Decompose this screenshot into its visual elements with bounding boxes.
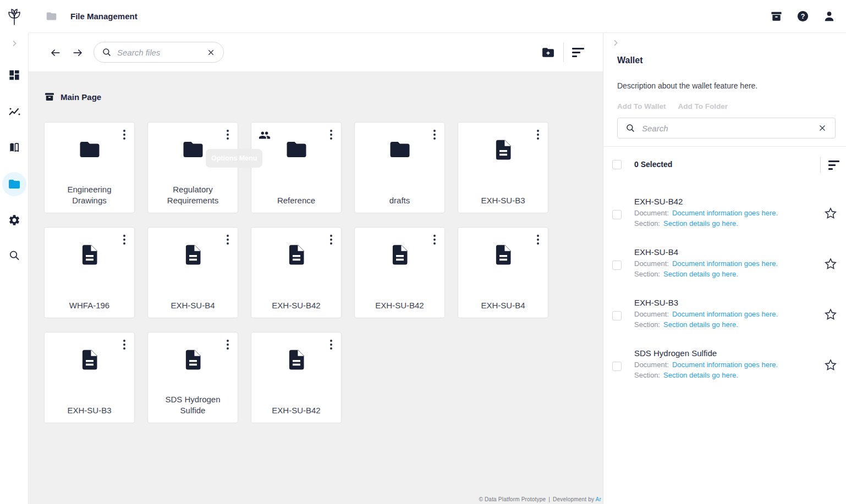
wallet-panel: Wallet Description about the wallet feat… bbox=[603, 33, 846, 504]
sidebar-item-files-active[interactable] bbox=[2, 172, 26, 196]
document-icon bbox=[492, 243, 515, 267]
app-logo[interactable] bbox=[0, 0, 29, 33]
document-label: Document: bbox=[634, 259, 669, 268]
select-all-checkbox[interactable] bbox=[612, 160, 622, 169]
wallet-search-input[interactable] bbox=[642, 124, 811, 133]
file-card[interactable]: drafts bbox=[354, 122, 445, 213]
item-checkbox[interactable] bbox=[612, 261, 622, 270]
page-title: File Management bbox=[70, 12, 138, 21]
breadcrumb-label: Main Page bbox=[61, 92, 101, 102]
folder-breadcrumb-icon bbox=[46, 10, 57, 22]
clear-search-icon[interactable] bbox=[817, 123, 827, 133]
wallet-item-title: SDS Hydrogen Sulfide bbox=[634, 347, 813, 359]
wallet-item: EXH-SU-B4 Document:Document information … bbox=[603, 246, 846, 297]
footer-development-link[interactable]: Ar bbox=[596, 496, 601, 502]
wallet-icon[interactable] bbox=[770, 10, 783, 23]
section-details-link[interactable]: Section details go here. bbox=[663, 320, 738, 329]
star-icon[interactable] bbox=[824, 358, 837, 372]
kebab-menu-icon[interactable] bbox=[225, 128, 230, 141]
star-icon[interactable] bbox=[824, 308, 837, 321]
kebab-menu-icon[interactable] bbox=[122, 338, 127, 351]
document-info-link[interactable]: Document information goes here. bbox=[672, 361, 778, 369]
kebab-menu-icon[interactable] bbox=[225, 338, 230, 351]
back-arrow-icon[interactable] bbox=[50, 47, 62, 59]
forward-arrow-icon[interactable] bbox=[72, 47, 84, 59]
folder-icon bbox=[388, 138, 411, 161]
file-card[interactable]: Reference bbox=[251, 122, 342, 213]
file-card[interactable]: WHFA-196 bbox=[44, 227, 135, 318]
document-icon bbox=[182, 243, 205, 267]
wallet-item: SDS Hydrogen Sulfide Document:Document i… bbox=[603, 347, 846, 398]
kebab-menu-icon[interactable] bbox=[432, 128, 437, 141]
footer-separator: | bbox=[548, 496, 550, 502]
card-label: Reference bbox=[262, 195, 331, 206]
file-card[interactable]: EXH-SU-B3 bbox=[44, 332, 135, 423]
footer-development-text: Development by bbox=[553, 496, 594, 502]
kebab-menu-icon[interactable] bbox=[328, 338, 334, 351]
kebab-menu-icon[interactable] bbox=[328, 233, 334, 246]
kebab-menu-icon[interactable] bbox=[122, 233, 127, 246]
section-label: Section: bbox=[634, 219, 660, 228]
new-folder-button[interactable] bbox=[541, 46, 555, 59]
sidebar-expand-chevron-icon[interactable] bbox=[10, 39, 19, 48]
sidebar-item-analytics[interactable] bbox=[8, 105, 21, 118]
wallet-item-title: EXH-SU-B4 bbox=[634, 246, 813, 258]
file-card[interactable]: EXH-SU-B42 bbox=[251, 227, 342, 318]
document-info-link[interactable]: Document information goes here. bbox=[672, 209, 778, 217]
section-details-link[interactable]: Section details go here. bbox=[663, 371, 738, 379]
document-label: Document: bbox=[634, 209, 669, 217]
kebab-menu-icon[interactable] bbox=[535, 233, 541, 246]
star-icon[interactable] bbox=[824, 257, 837, 270]
file-card[interactable]: EXH-SU-B4 bbox=[147, 227, 238, 318]
file-card[interactable]: EXH-SU-B3 bbox=[458, 122, 548, 213]
file-card[interactable]: SDS Hydrogen Sulfide bbox=[147, 332, 238, 423]
clear-search-icon[interactable] bbox=[206, 48, 216, 57]
file-card[interactable]: Engineering Drawings bbox=[44, 122, 135, 213]
item-checkbox[interactable] bbox=[612, 362, 622, 371]
kebab-menu-icon[interactable] bbox=[535, 128, 541, 141]
sort-icon[interactable] bbox=[828, 160, 839, 170]
sort-icon[interactable] bbox=[572, 48, 584, 57]
wallet-search-bar bbox=[617, 118, 836, 139]
item-checkbox[interactable] bbox=[612, 210, 622, 219]
document-info-link[interactable]: Document information goes here. bbox=[672, 259, 778, 268]
kebab-menu-icon[interactable] bbox=[432, 233, 437, 246]
card-label: EXH-SU-B42 bbox=[256, 405, 336, 416]
kebab-menu-icon[interactable] bbox=[122, 128, 127, 141]
panel-divider bbox=[603, 146, 846, 147]
add-to-folder-button[interactable]: Add To Folder bbox=[678, 102, 728, 110]
section-details-link[interactable]: Section details go here. bbox=[663, 219, 738, 228]
document-icon bbox=[492, 138, 515, 162]
file-card[interactable]: EXH-SU-B42 bbox=[354, 227, 445, 318]
card-label: EXH-SU-B4 bbox=[465, 300, 540, 311]
add-to-wallet-button[interactable]: Add To Wallet bbox=[617, 102, 666, 110]
file-card[interactable]: Regulatory Requirements bbox=[147, 122, 238, 213]
sidebar-item-library[interactable] bbox=[8, 141, 20, 154]
file-search-input[interactable] bbox=[117, 48, 201, 57]
sidebar-item-dashboard[interactable] bbox=[8, 69, 20, 81]
footer: © Data Platform Prototype|Development by… bbox=[479, 496, 601, 502]
document-icon bbox=[285, 348, 308, 372]
help-icon[interactable]: ? bbox=[796, 10, 809, 23]
account-icon[interactable] bbox=[823, 10, 836, 23]
selection-divider bbox=[820, 157, 821, 173]
file-card[interactable]: EXH-SU-B42 bbox=[251, 332, 342, 423]
sidebar-item-search[interactable] bbox=[8, 249, 20, 262]
section-details-link[interactable]: Section details go here. bbox=[663, 270, 738, 278]
search-icon bbox=[625, 123, 635, 133]
sidebar-item-settings[interactable] bbox=[8, 214, 20, 226]
wallet-item: EXH-SU-B42 Document:Document information… bbox=[603, 196, 846, 246]
library-icon bbox=[8, 141, 20, 154]
kebab-menu-icon[interactable] bbox=[225, 233, 230, 246]
panel-collapse-chevron-icon[interactable] bbox=[611, 38, 620, 47]
item-checkbox[interactable] bbox=[612, 311, 622, 320]
kebab-menu-icon[interactable] bbox=[328, 128, 334, 141]
selection-header: 0 Selected bbox=[603, 156, 846, 174]
document-info-link[interactable]: Document information goes here. bbox=[672, 310, 778, 318]
section-label: Section: bbox=[634, 270, 660, 278]
sidebar bbox=[0, 0, 29, 504]
file-card[interactable]: EXH-SU-B4 bbox=[458, 227, 548, 318]
star-icon[interactable] bbox=[824, 207, 837, 220]
search-icon bbox=[102, 47, 112, 57]
wallet-item-title: EXH-SU-B3 bbox=[634, 297, 813, 309]
